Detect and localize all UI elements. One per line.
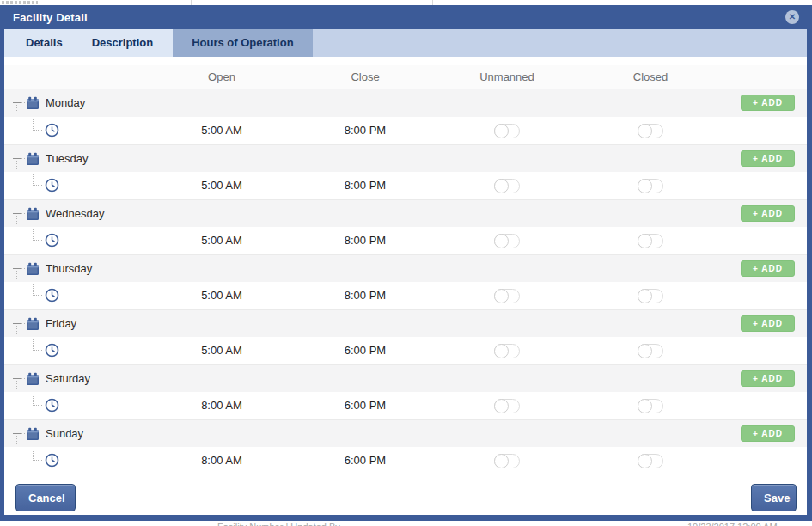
toggle-knob (638, 344, 652, 358)
closed-toggle[interactable] (638, 234, 663, 248)
clock-icon (45, 178, 59, 193)
unmanned-toggle[interactable] (494, 399, 520, 413)
tree-collapse-icon[interactable] (12, 98, 22, 108)
close-icon[interactable]: ✕ (785, 10, 799, 24)
tree-connector (33, 450, 42, 461)
tree-collapse-icon[interactable] (12, 264, 22, 274)
hours-row: 5:00 AM 8:00 PM (4, 227, 807, 254)
tab-description[interactable]: Description (77, 29, 168, 57)
hours-grid-body: Monday + ADD 5:00 AM 8:00 PM (4, 89, 807, 474)
open-time-value[interactable]: 5:00 AM (170, 282, 273, 309)
closed-toggle[interactable] (638, 454, 663, 468)
cancel-button[interactable]: Cancel (15, 484, 76, 511)
background-page-strip-bottom: Facility Number | Updated By 10/23/2017 … (0, 521, 812, 526)
tree-connector (33, 119, 42, 131)
close-time-value[interactable]: 8:00 PM (314, 172, 417, 199)
close-time-value[interactable]: 6:00 PM (314, 337, 417, 364)
toggle-knob (638, 234, 652, 248)
day-block: Saturday + ADD 8:00 AM 6:00 PM (4, 364, 807, 419)
dialog-title: Facility Detail (13, 11, 88, 24)
unmanned-toggle[interactable] (494, 234, 520, 248)
tree-collapse-icon[interactable] (12, 429, 22, 439)
toggle-knob (494, 124, 509, 138)
toggle-knob (494, 179, 509, 193)
calendar-icon (26, 152, 40, 166)
calendar-icon (26, 317, 40, 331)
toggle-knob (494, 344, 509, 358)
day-block: Thursday + ADD 5:00 AM 8:00 PM (4, 254, 807, 309)
day-row: Saturday + ADD (4, 364, 807, 392)
open-time-value[interactable]: 5:00 AM (170, 227, 273, 254)
close-time-value[interactable]: 8:00 PM (314, 117, 417, 144)
closed-toggle[interactable] (638, 399, 663, 413)
day-block: Tuesday + ADD 5:00 AM 8:00 PM (4, 144, 807, 199)
toggle-knob (494, 234, 509, 248)
add-hours-button[interactable]: + ADD (741, 260, 795, 277)
add-hours-button[interactable]: + ADD (741, 425, 795, 442)
inactive-tab-group: Details Description (4, 29, 173, 57)
close-time-value[interactable]: 6:00 PM (314, 447, 417, 474)
day-block: Sunday + ADD 8:00 AM 6:00 PM (4, 419, 807, 474)
column-header-open: Open (170, 65, 273, 89)
open-time-value[interactable]: 8:00 AM (170, 392, 273, 419)
toggle-knob (494, 399, 509, 413)
day-name-label: Saturday (46, 365, 90, 393)
unmanned-toggle[interactable] (494, 179, 520, 193)
hours-row: 5:00 AM 6:00 PM (4, 337, 807, 364)
tree-connector (33, 284, 42, 296)
tree-collapse-icon[interactable] (12, 209, 22, 219)
add-hours-button[interactable]: + ADD (741, 95, 795, 111)
save-button[interactable]: Save (751, 484, 797, 511)
hours-row: 5:00 AM 8:00 PM (4, 117, 807, 144)
hours-row: 8:00 AM 6:00 PM (4, 447, 807, 474)
open-time-value[interactable]: 5:00 AM (170, 117, 273, 144)
hours-row: 5:00 AM 8:00 PM (4, 282, 807, 309)
day-row: Sunday + ADD (4, 419, 807, 447)
day-row: Wednesday + ADD (4, 199, 807, 227)
add-hours-button[interactable]: + ADD (741, 315, 795, 332)
close-time-value[interactable]: 8:00 PM (314, 227, 417, 254)
tree-connector (33, 339, 42, 351)
day-name-label: Friday (46, 310, 76, 338)
clock-icon (45, 343, 59, 358)
day-block: Friday + ADD 5:00 AM 6:00 PM (4, 309, 807, 364)
day-row: Tuesday + ADD (4, 144, 807, 172)
closed-toggle[interactable] (638, 179, 663, 193)
unmanned-toggle[interactable] (494, 289, 520, 303)
unmanned-toggle[interactable] (494, 344, 520, 358)
open-time-value[interactable]: 8:00 AM (170, 447, 273, 474)
tree-collapse-icon[interactable] (12, 154, 22, 164)
day-row: Monday + ADD (4, 89, 807, 117)
tree-connector (33, 394, 42, 406)
add-hours-button[interactable]: + ADD (741, 370, 795, 387)
add-hours-button[interactable]: + ADD (741, 150, 795, 167)
clock-icon (45, 453, 59, 468)
tab-content-gap (4, 57, 807, 65)
dialog-titlebar: Facility Detail ✕ (4, 5, 807, 29)
close-time-value[interactable]: 6:00 PM (314, 392, 417, 419)
facility-detail-dialog: Facility Detail ✕ Details Description Ho… (0, 5, 812, 521)
add-hours-button[interactable]: + ADD (741, 205, 795, 222)
tree-collapse-icon[interactable] (12, 374, 22, 384)
toggle-knob (638, 399, 652, 413)
background-footer-text: Facility Number | Updated By (217, 522, 340, 526)
close-time-value[interactable]: 8:00 PM (314, 282, 417, 309)
day-name-label: Thursday (46, 255, 92, 283)
calendar-icon (26, 427, 40, 441)
calendar-icon (26, 372, 40, 386)
unmanned-toggle[interactable] (494, 124, 520, 138)
closed-toggle[interactable] (638, 289, 663, 303)
open-time-value[interactable]: 5:00 AM (170, 337, 273, 364)
open-time-value[interactable]: 5:00 AM (170, 172, 273, 199)
closed-toggle[interactable] (638, 344, 663, 358)
tab-hours-of-operation[interactable]: Hours of Operation (173, 29, 312, 57)
toggle-knob (494, 454, 509, 468)
unmanned-toggle[interactable] (494, 454, 520, 468)
background-text-fragment (2, 1, 38, 4)
calendar-icon (26, 207, 40, 221)
clock-icon (45, 233, 59, 248)
closed-toggle[interactable] (638, 124, 663, 138)
tab-details[interactable]: Details (11, 29, 77, 57)
clock-icon (45, 398, 59, 413)
tree-collapse-icon[interactable] (12, 319, 22, 329)
